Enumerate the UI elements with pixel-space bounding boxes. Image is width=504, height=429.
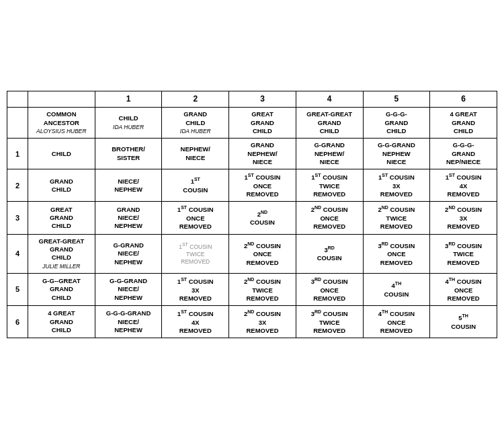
- corner-cell-1: [7, 91, 28, 108]
- row-header-6: 6: [7, 306, 28, 338]
- cell-2-3: 1ST COUSINONCEREMOVED: [229, 169, 296, 202]
- cell-0-3: GREATGRANDCHILD: [229, 108, 296, 139]
- cell-4-1: G-GRANDNIECE/NEPHEW: [95, 234, 162, 273]
- cell-6-0: 4 GREATGRANDCHILD: [28, 306, 95, 338]
- cell-4-4: 3RDCOUSIN: [296, 234, 363, 273]
- cell-1-0: CHILD: [28, 139, 95, 169]
- col-header-2: 2: [162, 91, 229, 108]
- cell-4-5: 3RD COUSINONCEREMOVED: [363, 234, 430, 273]
- cell-6-5: 4TH COUSINONCEREMOVED: [363, 306, 430, 338]
- cell-2-6: 1ST COUSIN4XREMOVED: [430, 169, 497, 202]
- cell-0-2: GRANDCHILDIda Huber: [162, 108, 229, 139]
- cell-2-5: 1ST COUSIN3XREMOVED: [363, 169, 430, 202]
- cell-3-0: GREATGRANDCHILD: [28, 202, 95, 234]
- cell-3-2: 1ST COUSINONCEREMOVED: [162, 202, 229, 234]
- cell-3-1: GRANDNIECE/NEPHEW: [95, 202, 162, 234]
- cell-5-5: 4THCOUSIN: [363, 274, 430, 306]
- row-header-5: 5: [7, 274, 28, 306]
- relationship-chart: 1 2 3 4 5 6 COMMONANCESTORAloysius Huber…: [0, 84, 504, 346]
- cell-0-1: CHILDIda Huber: [95, 108, 162, 139]
- cell-1-4: G-GRANDNEPHEW/NIECE: [296, 139, 363, 169]
- row-header-1: 1: [7, 139, 28, 169]
- cell-2-0: GRANDCHILD: [28, 169, 95, 202]
- col-header-3: 3: [229, 91, 296, 108]
- row-header-2: 2: [7, 169, 28, 202]
- row-header-4: 4: [7, 234, 28, 273]
- col-header-5: 5: [363, 91, 430, 108]
- col-header-4: 4: [296, 91, 363, 108]
- cell-4-0: GREAT-GREATGRANDCHILDJulie Miller: [28, 234, 95, 273]
- cell-0-4: GREAT-GREATGRANDCHILD: [296, 108, 363, 139]
- cell-1-3: GRANDNEPHEW/NIECE: [229, 139, 296, 169]
- cell-1-2: NEPHEW/NIECE: [162, 139, 229, 169]
- cell-3-6: 2ND COUSIN3XREMOVED: [430, 202, 497, 234]
- cell-1-6: G-G-G-GRANDNEP/NIECE: [430, 139, 497, 169]
- cell-6-1: G-G-G-GRANDNIECE/NEPHEW: [95, 306, 162, 338]
- cell-3-4: 2ND COUSINONCEREMOVED: [296, 202, 363, 234]
- row-header-0: [7, 108, 28, 139]
- cell-0-5: G-G-G-GRANDCHILD: [363, 108, 430, 139]
- cell-2-1: NIECE/NEPHEW: [95, 169, 162, 202]
- cell-4-2: 1ST COUSINTWICEREMOVED: [162, 234, 229, 273]
- cell-3-5: 2ND COUSINTWICEREMOVED: [363, 202, 430, 234]
- cell-6-3: 2ND COUSIN3XREMOVED: [229, 306, 296, 338]
- cell-4-3: 2ND COUSINONCEREMOVED: [229, 234, 296, 273]
- cell-5-4: 3RD COUSINONCEREMOVED: [296, 274, 363, 306]
- cell-5-2: 1ST COUSIN3XREMOVED: [162, 274, 229, 306]
- cell-5-3: 2ND COUSINTWICEREMOVED: [229, 274, 296, 306]
- col-header-6: 6: [430, 91, 497, 108]
- cell-6-6: 5THCOUSIN: [430, 306, 497, 338]
- row-header-3: 3: [7, 202, 28, 234]
- cell-1-5: G-G-GRANDNEPHEWNIECE: [363, 139, 430, 169]
- cell-2-2: 1STCOUSIN: [162, 169, 229, 202]
- cell-0-0: COMMONANCESTORAloysius Huber: [28, 108, 95, 139]
- cell-0-6: 4 GREATGRANDCHILD: [430, 108, 497, 139]
- cell-6-2: 1ST COUSIN4XREMOVED: [162, 306, 229, 338]
- cell-2-4: 1ST COUSINTWICEREMOVED: [296, 169, 363, 202]
- col-header-1: 1: [95, 91, 162, 108]
- cell-1-1: BROTHER/SISTER: [95, 139, 162, 169]
- cell-3-3: 2NDCOUSIN: [229, 202, 296, 234]
- cell-6-4: 3RD COUSINTWICEREMOVED: [296, 306, 363, 338]
- cell-4-6: 3RD COUSINTWICEREMOVED: [430, 234, 497, 273]
- corner-cell-2: [28, 91, 95, 108]
- cell-5-1: G-G-GRANDNIECE/NEPHEW: [95, 274, 162, 306]
- cell-5-0: G-G--GREATGRANDCHILD: [28, 274, 95, 306]
- cell-5-6: 4TH COUSINONCEREMOVED: [430, 274, 497, 306]
